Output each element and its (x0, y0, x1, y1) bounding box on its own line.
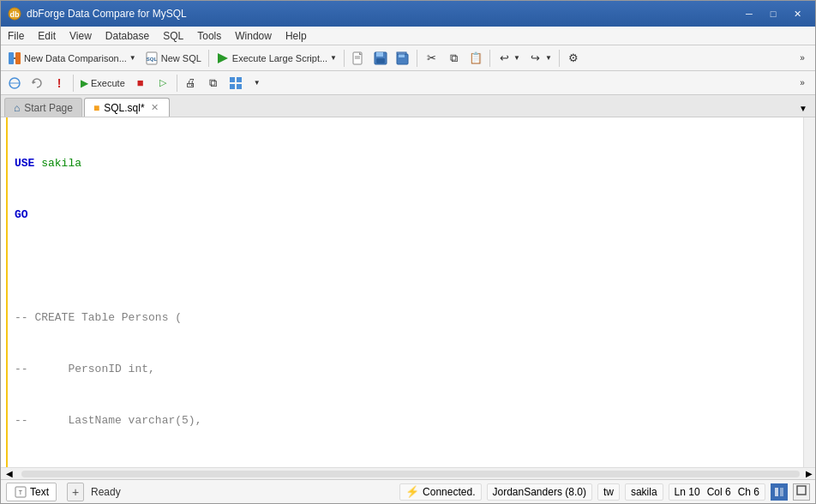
connected-label: Connected. (423, 486, 475, 498)
refresh-icon (30, 76, 44, 90)
comment-2: -- PersonID int, (15, 361, 155, 378)
execute-script-dropdown-icon: ▼ (330, 54, 337, 62)
position-status: Ln 10 Col 6 Ch 6 (669, 483, 765, 501)
title-bar: db dbForge Data Compare for MySQL ─ □ ✕ (1, 1, 815, 27)
copy2-icon: ⧉ (207, 76, 220, 90)
expand-icon (796, 485, 807, 495)
hscroll-left-btn[interactable]: ◀ (1, 469, 18, 478)
text-tab-label: Text (30, 486, 49, 498)
tab-start-page[interactable]: ⌂ Start Page (4, 98, 82, 117)
mode-status: tw (597, 483, 620, 501)
maximize-button[interactable]: □ (762, 5, 784, 22)
toolbar-separator-1 (208, 50, 209, 67)
sql-file-icon: ■ (93, 102, 99, 114)
code-line-3 (15, 258, 796, 275)
execute-button[interactable]: ▶ Execute (77, 73, 129, 93)
svg-rect-28 (780, 488, 783, 496)
toolbar2-overflow[interactable]: » (793, 73, 812, 93)
expand-button[interactable] (793, 483, 810, 501)
redo-icon: ↪ (529, 51, 543, 65)
new-icon (351, 51, 365, 65)
svg-rect-29 (797, 486, 806, 495)
toolbar-separator-2 (344, 50, 345, 67)
paste-button[interactable]: 📋 (465, 48, 486, 69)
hscroll-track[interactable] (21, 471, 800, 477)
svg-text:T: T (19, 489, 23, 495)
execute-run-icon: ▶ (81, 77, 88, 89)
tab-view-button[interactable] (771, 483, 788, 501)
tb2-btn-extra1[interactable]: 🖨 (181, 73, 201, 93)
overflow-button[interactable]: » (793, 48, 812, 69)
title-left: db dbForge Data Compare for MySQL (8, 7, 187, 21)
tab-view-icon (774, 487, 784, 497)
app-title: dbForge Data Compare for MySQL (27, 8, 187, 20)
copy-button[interactable]: ⧉ (443, 48, 464, 69)
menu-sql[interactable]: SQL (156, 27, 190, 45)
toolbar2: ! ▶ Execute ■ ▷ 🖨 ⧉ ▼ » (1, 71, 815, 95)
svg-rect-27 (775, 488, 778, 496)
keyword-go: GO (15, 207, 28, 224)
tools-icon: ⚙ (567, 51, 580, 65)
tb2-btn-extra2[interactable]: ⧉ (203, 73, 224, 93)
tools-button[interactable]: ⚙ (563, 48, 584, 69)
comment-4: -- FirstName varchar (5), (15, 464, 215, 467)
execute-current-icon: ▷ (156, 76, 170, 90)
tb2-dropdown-btn[interactable]: ▼ (248, 73, 267, 93)
execute-label: Execute (91, 78, 125, 88)
menu-window[interactable]: Window (228, 27, 279, 45)
col-label: Col 6 (707, 486, 731, 498)
db-status: sakila (625, 483, 663, 501)
tab-list-dropdown[interactable]: ▼ (795, 99, 812, 117)
stop-icon: ■ (134, 76, 147, 90)
save-all-icon (396, 51, 410, 65)
undo-dropdown-icon: ▼ (513, 54, 520, 62)
menu-file[interactable]: File (1, 27, 31, 45)
svg-rect-14 (376, 58, 385, 63)
menu-tools[interactable]: Tools (190, 27, 228, 45)
menu-database[interactable]: Database (99, 27, 156, 45)
menu-edit[interactable]: Edit (31, 27, 63, 45)
user-label: JordanSanders (8.0) (493, 486, 586, 498)
tb2-btn-extra3[interactable] (225, 73, 246, 93)
redo-button[interactable]: ↪ ▼ (525, 48, 555, 69)
svg-rect-22 (237, 77, 242, 82)
svg-marker-20 (33, 81, 36, 84)
code-line-2: GO (15, 207, 796, 224)
hscroll-right-btn[interactable]: ▶ (803, 469, 815, 478)
undo-button[interactable]: ↩ ▼ (494, 48, 524, 69)
text-tab[interactable]: T Text (6, 483, 57, 501)
stop-button[interactable]: ■ (130, 73, 151, 93)
save-all-button[interactable] (393, 48, 413, 69)
vertical-scrollbar[interactable] (803, 117, 815, 467)
tb2-btn2[interactable] (27, 73, 47, 93)
save-button[interactable] (370, 48, 391, 69)
tab-close-button[interactable]: ✕ (149, 102, 160, 113)
new-data-comparison-button[interactable]: New Data Comparison... ▼ (4, 48, 140, 69)
horizontal-scroll[interactable]: ◀ ▶ (1, 467, 815, 479)
svg-text:SQL: SQL (147, 57, 158, 62)
tb2-btn3[interactable]: ! (49, 73, 69, 93)
tab-sql-file[interactable]: ■ SQL.sql* ✕ (84, 98, 170, 117)
new-sql-button[interactable]: SQL New SQL (141, 48, 205, 69)
add-tab-button[interactable]: + (67, 483, 84, 501)
editor-content[interactable]: USE sakila GO -- CREATE Table Persons ( … (8, 117, 803, 467)
editor-main[interactable]: USE sakila GO -- CREATE Table Persons ( … (8, 117, 803, 467)
menu-help[interactable]: Help (279, 27, 314, 45)
toolbar2-sep2 (177, 75, 177, 92)
new-data-comparison-label: New Data Comparison... (24, 53, 127, 63)
cut-button[interactable]: ✂ (421, 48, 441, 69)
tb2-btn1[interactable] (4, 73, 25, 93)
svg-rect-21 (230, 77, 235, 82)
close-button[interactable]: ✕ (786, 5, 808, 22)
execute-large-script-button[interactable]: Execute Large Script... ▼ (213, 48, 340, 69)
connection-icon (8, 76, 21, 90)
svg-text:db: db (10, 10, 20, 19)
code-line-4: -- CREATE Table Persons ( (15, 309, 796, 327)
new-button[interactable] (348, 48, 369, 69)
minimize-button[interactable]: ─ (738, 5, 760, 22)
tab-start-label: Start Page (24, 102, 73, 114)
execute-script-icon (216, 51, 230, 65)
comment-3: -- LastName varchar(5), (15, 412, 201, 429)
execute-current-button[interactable]: ▷ (153, 73, 173, 93)
menu-view[interactable]: View (63, 27, 99, 45)
